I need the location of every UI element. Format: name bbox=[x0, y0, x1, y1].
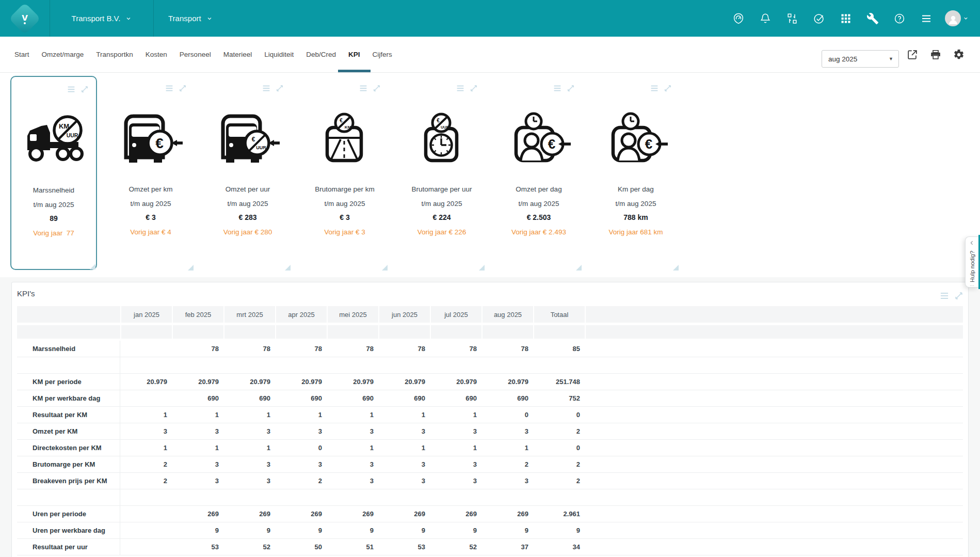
card-expand-icon[interactable] bbox=[80, 85, 89, 94]
row-label bbox=[17, 489, 120, 505]
cell: 2 bbox=[481, 460, 533, 468]
cell: 269 bbox=[172, 510, 223, 518]
tab-transportkn[interactable]: Transportkn bbox=[96, 37, 133, 72]
card-value: 89 bbox=[12, 212, 95, 226]
help-icon[interactable] bbox=[893, 12, 906, 25]
tab-start[interactable]: Start bbox=[14, 37, 29, 72]
period-dropdown[interactable]: aug 2025 ▼ bbox=[822, 50, 899, 68]
card-menu-icon[interactable] bbox=[67, 85, 76, 94]
row-label: Uren per werkbare dag bbox=[17, 522, 120, 538]
tab-liquiditeit[interactable]: Liquiditeit bbox=[264, 37, 294, 72]
table-row: Brutomarge per KM233333322 bbox=[17, 456, 963, 473]
kpi-card[interactable]: €Km per dagt/m aug 2025788 kmVorig jaar … bbox=[592, 76, 679, 270]
card-expand-icon[interactable] bbox=[275, 84, 284, 93]
company-selector[interactable]: Transport B.V. bbox=[50, 0, 154, 37]
card-expand-icon[interactable] bbox=[566, 84, 575, 93]
card-value: € 3 bbox=[108, 211, 193, 225]
kpi-card[interactable]: €UURBrutomarge per uurt/m aug 2025€ 224V… bbox=[398, 76, 485, 270]
panel-menu-icon[interactable] bbox=[939, 291, 950, 301]
speedometer-icon[interactable] bbox=[732, 12, 745, 25]
card-previous-year: Vorig jaar 681 km bbox=[593, 225, 678, 240]
cell: 9 bbox=[481, 527, 533, 534]
menu-icon[interactable] bbox=[920, 12, 933, 25]
card-menu-icon[interactable] bbox=[456, 84, 465, 93]
user-menu[interactable] bbox=[945, 10, 969, 26]
kpi-card[interactable]: €Omzet per dagt/m aug 2025€ 2.503Vorig j… bbox=[495, 76, 582, 270]
resize-handle-icon[interactable] bbox=[479, 265, 485, 270]
cell: 3 bbox=[275, 427, 327, 435]
kpi-card[interactable]: €KMBrutomarge per kmt/m aug 2025€ 3Vorig… bbox=[301, 76, 388, 270]
table-row: Directekosten per KM111011110 bbox=[17, 440, 963, 456]
cell: 78 bbox=[172, 345, 223, 353]
tab-deb-cred[interactable]: Deb/Cred bbox=[306, 37, 336, 72]
cell: 690 bbox=[275, 394, 327, 402]
header-cell: apr 2025 bbox=[275, 306, 327, 323]
resize-handle-icon[interactable] bbox=[673, 265, 679, 270]
administration-selector[interactable]: Transport bbox=[154, 0, 213, 37]
export-icon[interactable] bbox=[907, 49, 918, 60]
settings-icon[interactable] bbox=[953, 49, 965, 60]
table-header-row: jan 2025feb 2025mrt 2025apr 2025mei 2025… bbox=[17, 306, 963, 323]
card-previous-year: Vorig jaar € 3 bbox=[302, 225, 387, 240]
row-label bbox=[17, 357, 120, 373]
card-controls bbox=[553, 84, 575, 93]
print-icon[interactable] bbox=[930, 49, 941, 60]
tab-materieel[interactable]: Materieel bbox=[223, 37, 252, 72]
card-expand-icon[interactable] bbox=[663, 84, 672, 93]
check-circle-icon[interactable] bbox=[813, 12, 825, 25]
card-menu-icon[interactable] bbox=[262, 84, 271, 93]
cell: 269 bbox=[327, 510, 378, 518]
kpi-card[interactable]: €UUROmzet per uurt/m aug 2025€ 283Vorig … bbox=[204, 76, 291, 270]
row-label: Breakeven prijs per KM bbox=[17, 473, 120, 489]
app-logo[interactable]: v bbox=[0, 0, 50, 37]
card-menu-icon[interactable] bbox=[553, 84, 562, 93]
resize-handle-icon[interactable] bbox=[188, 265, 194, 270]
tab-cijfers[interactable]: Cijfers bbox=[373, 37, 392, 72]
card-menu-icon[interactable] bbox=[165, 84, 174, 93]
kpi-card[interactable]: €Omzet per kmt/m aug 2025€ 3Vorig jaar €… bbox=[107, 76, 194, 270]
resize-handle-icon[interactable] bbox=[382, 265, 388, 270]
resize-handle-icon[interactable] bbox=[576, 265, 582, 270]
table-row: Uren per periode2692692692692692692692.9… bbox=[17, 506, 963, 522]
header-cell bbox=[17, 306, 120, 323]
card-expand-icon[interactable] bbox=[178, 84, 187, 93]
resize-handle-icon[interactable] bbox=[285, 265, 291, 270]
card-controls bbox=[67, 85, 89, 94]
table-row: Omzet per KM333333332 bbox=[17, 423, 963, 440]
wrench-icon[interactable] bbox=[866, 12, 879, 25]
apps-grid-icon[interactable] bbox=[840, 12, 852, 25]
card-menu-icon[interactable] bbox=[359, 84, 368, 93]
card-expand-icon[interactable] bbox=[469, 84, 478, 93]
header-cell: Totaal bbox=[533, 306, 585, 323]
panel-expand-icon[interactable] bbox=[954, 291, 964, 301]
table-row: KM per periode20.97920.97920.97920.97920… bbox=[17, 374, 963, 390]
workflow-icon[interactable] bbox=[786, 12, 798, 25]
table-row: Marssnelheid7878787878787885 bbox=[17, 341, 963, 357]
help-tab-dots: ... bbox=[970, 282, 974, 287]
cell: 3 bbox=[327, 477, 378, 485]
card-value: € 283 bbox=[205, 211, 290, 225]
cell: 20.979 bbox=[327, 378, 378, 386]
cell: 1 bbox=[378, 411, 430, 419]
bell-icon[interactable] bbox=[759, 12, 772, 25]
person-clock-euro-icon: € bbox=[495, 112, 582, 168]
help-tab[interactable]: Hulp nodig? ... bbox=[965, 236, 978, 288]
tab-kpi[interactable]: KPI bbox=[348, 37, 360, 72]
cell: 20.979 bbox=[172, 378, 223, 386]
svg-text:KM: KM bbox=[345, 125, 351, 130]
card-expand-icon[interactable] bbox=[372, 84, 381, 93]
chevron-left-icon bbox=[969, 240, 975, 246]
resize-handle-icon[interactable] bbox=[90, 264, 95, 269]
cell: 1 bbox=[430, 411, 481, 419]
panel-title: KPI's bbox=[17, 289, 35, 298]
cell: 3 bbox=[172, 427, 223, 435]
cell: 3 bbox=[327, 427, 378, 435]
tab-omzet-marge[interactable]: Omzet/marge bbox=[42, 37, 84, 72]
cell: 1 bbox=[275, 411, 327, 419]
bus-euro-uur-icon: €UUR bbox=[204, 112, 291, 168]
kpi-card[interactable]: KMUURMarssnelheidt/m aug 202589Vorig jaa… bbox=[10, 76, 97, 270]
tab-kosten[interactable]: Kosten bbox=[146, 37, 167, 72]
card-menu-icon[interactable] bbox=[650, 84, 659, 93]
card-value: € 2.503 bbox=[496, 211, 581, 225]
tab-personeel[interactable]: Personeel bbox=[180, 37, 211, 72]
